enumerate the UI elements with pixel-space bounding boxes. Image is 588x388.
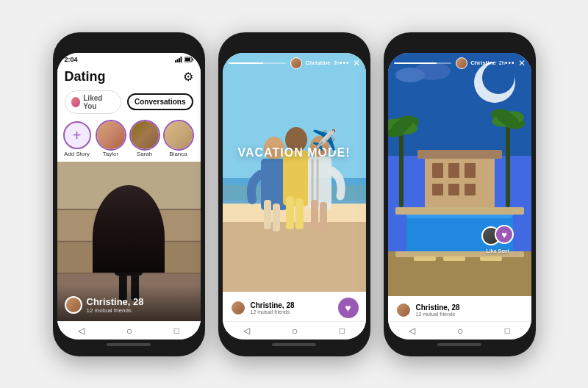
story-bottom-avatar-2	[230, 300, 246, 316]
svg-rect-64	[395, 207, 524, 215]
profile-small-avatar	[65, 296, 82, 314]
recents-nav-icon-2[interactable]: □	[340, 326, 345, 336]
svg-point-15	[114, 201, 143, 233]
story-close-3[interactable]: ✕	[518, 58, 526, 68]
svg-rect-32	[295, 198, 304, 229]
svg-rect-66	[414, 256, 436, 261]
svg-rect-27	[264, 200, 271, 229]
add-story-button[interactable]: +	[63, 121, 91, 149]
bianca-label: Bianca	[169, 151, 187, 157]
home-nav-icon[interactable]: ○	[126, 325, 132, 337]
story-bottom-info-2: Christine, 28 12 mutual friends	[251, 301, 295, 315]
sarah-avatar-wrapper	[131, 121, 159, 149]
svg-rect-49	[506, 119, 510, 207]
svg-rect-57	[432, 184, 443, 195]
home-nav-icon-2[interactable]: ○	[292, 325, 298, 337]
status-icons	[175, 57, 193, 62]
story-ring-bianca	[163, 120, 194, 151]
story-taylor[interactable]: Taylor	[97, 121, 125, 157]
svg-rect-45	[399, 126, 404, 207]
nav-bar-1: ◁ ○ □	[57, 321, 201, 340]
tab-liked-you[interactable]: Liked You	[65, 90, 122, 114]
story-add[interactable]: + Add Story	[63, 121, 91, 157]
story-bianca[interactable]: Bianca	[165, 121, 193, 157]
story-like-button-2[interactable]: ♥	[338, 298, 359, 318]
story-sarah[interactable]: Sarah	[131, 121, 159, 157]
back-nav-icon-3[interactable]: ◁	[409, 326, 415, 336]
story-ring	[96, 120, 126, 151]
beach-photo	[223, 53, 366, 303]
profile-name: Christine, 28	[87, 296, 144, 307]
story-profile-mutual-3: 12 mutual friends	[416, 312, 460, 317]
phone-1-notch	[107, 43, 151, 48]
svg-rect-68	[480, 256, 502, 261]
phone-1-home-bar	[107, 343, 151, 346]
svg-rect-28	[273, 204, 280, 231]
phone-2-screen: Christine 3h ••• ✕ VACATION MODE! ✈️	[223, 53, 366, 340]
sarah-label: Sarah	[137, 151, 152, 157]
phone-1-status-bar: 2:04	[57, 53, 201, 65]
story-progress-3	[394, 62, 452, 64]
story-progress-fill-2	[229, 62, 263, 64]
svg-rect-10	[57, 241, 201, 273]
taylor-label: Taylor	[103, 151, 118, 157]
story-avatar-3	[456, 57, 467, 69]
phone-3: Christine 2h ••• ✕ ♥ Like Sent	[384, 32, 536, 356]
svg-rect-2	[179, 58, 180, 62]
svg-rect-8	[57, 162, 201, 209]
svg-rect-3	[180, 57, 182, 62]
recents-nav-icon-3[interactable]: □	[505, 326, 510, 336]
story-username-3: Christine	[470, 60, 496, 66]
svg-rect-17	[114, 231, 143, 276]
battery-icon	[184, 57, 193, 62]
story-user-info-3: Christine 2h	[456, 57, 505, 69]
tabs-row: Liked You Conversations	[57, 87, 201, 117]
story-text-overlay-2: VACATION MODE!	[223, 146, 366, 159]
profile-card[interactable]: Christine, 28 12 mutual friends	[57, 162, 201, 321]
story-bottom-3: Christine, 28 12 mutual friends	[388, 296, 531, 321]
profile-info: Christine, 28 12 mutual friends	[87, 296, 144, 314]
back-nav-icon-2[interactable]: ◁	[243, 326, 250, 336]
story-emoji-2: ✈️	[312, 128, 337, 152]
svg-rect-56	[465, 163, 476, 178]
home-nav-icon-3[interactable]: ○	[457, 325, 463, 337]
story-username-2: Christine	[305, 60, 331, 66]
story-bottom-2: Christine, 28 12 mutual friends ♥	[223, 292, 366, 321]
story-avatar-2	[290, 57, 302, 69]
svg-rect-55	[448, 163, 459, 178]
like-sent-heart-icon: ♥	[495, 225, 514, 244]
tab-conversations[interactable]: Conversations	[127, 93, 193, 110]
gear-icon[interactable]: ⚙	[183, 70, 193, 84]
bianca-avatar-wrapper	[165, 121, 193, 149]
scene: 2:04 Dating	[0, 0, 588, 388]
stories-row: + Add Story Taylor Sarah	[57, 117, 201, 162]
story-header-2: Christine 3h ••• ✕	[223, 53, 366, 72]
svg-point-16	[118, 193, 137, 213]
story-ring-sarah	[129, 120, 160, 151]
signal-icon	[175, 57, 182, 62]
story-bottom-profile-3: Christine, 28 12 mutual friends	[395, 302, 524, 318]
phone-1-screen: 2:04 Dating	[57, 53, 201, 340]
story-bottom-profile-2: Christine, 28 12 mutual friends ♥	[230, 298, 359, 318]
story-dots-2[interactable]: •••	[340, 59, 350, 67]
liked-avatar	[71, 97, 81, 107]
svg-rect-67	[443, 256, 465, 261]
svg-rect-58	[448, 184, 459, 195]
phone-2-notch	[272, 43, 316, 48]
phone-1: 2:04 Dating	[53, 32, 205, 356]
phone-3-screen: Christine 2h ••• ✕ ♥ Like Sent	[388, 53, 531, 340]
story-profile-mutual-2: 12 mutual friends	[251, 309, 295, 315]
nav-bar-3: ◁ ○ □	[388, 321, 531, 340]
svg-rect-54	[432, 163, 443, 178]
plus-icon: +	[73, 128, 82, 143]
svg-rect-59	[465, 184, 476, 195]
app-title: Dating	[65, 69, 106, 85]
back-nav-icon[interactable]: ◁	[78, 326, 85, 336]
phone-2: Christine 3h ••• ✕ VACATION MODE! ✈️	[218, 32, 370, 356]
svg-rect-31	[286, 196, 294, 229]
story-close-2[interactable]: ✕	[353, 58, 360, 68]
story-profile-name-2: Christine, 28	[251, 301, 295, 309]
story-dots-3[interactable]: •••	[505, 59, 515, 67]
svg-rect-9	[57, 209, 201, 241]
recents-nav-icon[interactable]: □	[174, 326, 179, 336]
